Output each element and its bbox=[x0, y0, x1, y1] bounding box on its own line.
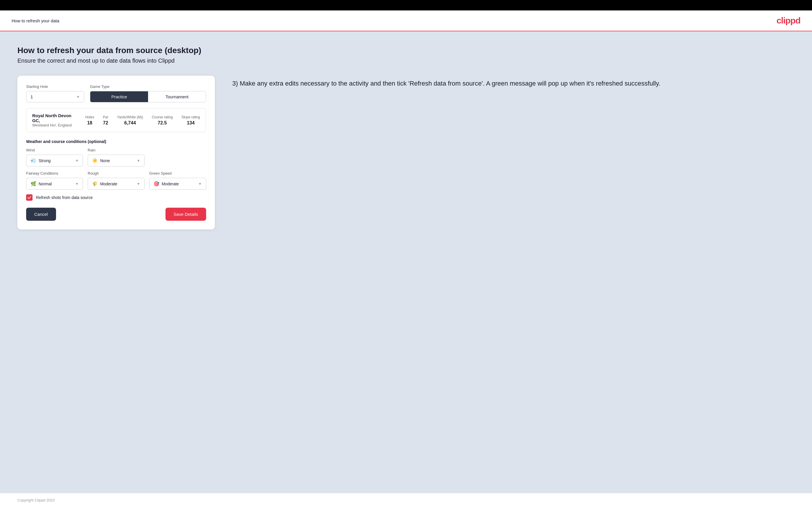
game-type-toggle: Practice Tournament bbox=[90, 91, 206, 102]
wind-value: Strong bbox=[39, 158, 51, 163]
rain-icon: ☀️ bbox=[92, 158, 98, 163]
rough-group: Rough 🌾 Moderate ▼ bbox=[88, 171, 145, 190]
rough-icon: 🌾 bbox=[92, 181, 98, 186]
fairway-icon: 🌿 bbox=[31, 181, 36, 186]
wind-group: Wind 💨 Strong ▼ bbox=[26, 148, 83, 167]
tournament-button[interactable]: Tournament bbox=[148, 91, 206, 102]
rain-group: Rain ☀️ None ▼ bbox=[88, 148, 145, 167]
game-type-label: Game Type bbox=[90, 84, 206, 89]
footer: Copyright Clippd 2022 bbox=[0, 493, 812, 507]
fairway-value: Normal bbox=[39, 181, 52, 186]
green-speed-select[interactable]: 🎯 Moderate ▼ bbox=[149, 178, 206, 190]
button-row: Cancel Save Details bbox=[26, 208, 206, 221]
green-speed-value: Moderate bbox=[162, 181, 179, 186]
green-speed-left: 🎯 Moderate bbox=[154, 181, 179, 186]
holes-value: 18 bbox=[87, 120, 92, 126]
description-text: 3) Make any extra edits necessary to the… bbox=[232, 78, 795, 88]
rain-label: Rain bbox=[88, 148, 145, 152]
green-speed-group: Green Speed 🎯 Moderate ▼ bbox=[149, 171, 206, 190]
green-speed-label: Green Speed bbox=[149, 171, 206, 175]
slope-rating-stat: Slope rating 134 bbox=[182, 115, 200, 126]
slope-rating-label: Slope rating bbox=[182, 115, 200, 119]
rain-select[interactable]: ☀️ None ▼ bbox=[88, 155, 145, 167]
fairway-left: 🌿 Normal bbox=[31, 181, 52, 186]
wind-chevron-icon: ▼ bbox=[75, 159, 79, 163]
practice-button[interactable]: Practice bbox=[90, 91, 148, 102]
top-bar bbox=[0, 0, 812, 10]
rough-select[interactable]: 🌾 Moderate ▼ bbox=[88, 178, 145, 190]
course-par-stat: Par 72 bbox=[103, 115, 108, 126]
wind-select[interactable]: 💨 Strong ▼ bbox=[26, 155, 83, 167]
logo: clippd bbox=[776, 16, 800, 25]
green-speed-icon: 🎯 bbox=[154, 181, 159, 186]
holes-label: Holes bbox=[85, 115, 94, 119]
course-rating-stat: Course rating 72.5 bbox=[152, 115, 173, 126]
course-location: Westward Ho!, England bbox=[32, 123, 77, 127]
course-name: Royal North Devon GC, bbox=[32, 113, 77, 123]
starting-hole-group: Starting Hole 1 ▼ bbox=[26, 84, 84, 102]
starting-hole-value: 1 bbox=[31, 94, 33, 99]
copyright-text: Copyright Clippd 2022 bbox=[17, 498, 55, 502]
fairway-chevron-icon: ▼ bbox=[75, 182, 79, 186]
rain-chevron-icon: ▼ bbox=[137, 159, 140, 163]
fairway-group: Fairway Conditions 🌿 Normal ▼ bbox=[26, 171, 83, 190]
starting-hole-label: Starting Hole bbox=[26, 84, 84, 89]
save-button[interactable]: Save Details bbox=[165, 208, 206, 221]
starting-hole-select[interactable]: 1 ▼ bbox=[26, 91, 84, 102]
course-holes-stat: Holes 18 bbox=[85, 115, 94, 126]
fairway-rough-green-row: Fairway Conditions 🌿 Normal ▼ Rough 🌾 bbox=[26, 171, 206, 190]
header-title: How to refresh your data bbox=[12, 18, 59, 23]
starting-hole-game-type-row: Starting Hole 1 ▼ Game Type Practice Tou… bbox=[26, 84, 206, 102]
par-label: Par bbox=[103, 115, 108, 119]
game-type-group: Game Type Practice Tournament bbox=[90, 84, 206, 102]
yards-label: Yards/White (M)) bbox=[117, 115, 143, 119]
page-heading: How to refresh your data from source (de… bbox=[17, 46, 795, 55]
conditions-section-label: Weather and course conditions (optional) bbox=[26, 139, 206, 144]
content-area: Starting Hole 1 ▼ Game Type Practice Tou… bbox=[17, 76, 795, 229]
course-rating-value: 72.5 bbox=[158, 120, 167, 126]
refresh-checkbox-label: Refresh shots from data source bbox=[36, 195, 93, 200]
green-speed-chevron-icon: ▼ bbox=[198, 182, 202, 186]
rough-value: Moderate bbox=[100, 181, 117, 186]
rain-left: ☀️ None bbox=[92, 158, 110, 163]
header: How to refresh your data clippd bbox=[0, 10, 812, 31]
checkmark-icon bbox=[27, 195, 31, 200]
refresh-checkbox-row: Refresh shots from data source bbox=[26, 194, 206, 201]
wind-left: 💨 Strong bbox=[31, 158, 51, 163]
page-subtitle: Ensure the correct and most up to date d… bbox=[17, 57, 795, 64]
wind-rain-row: Wind 💨 Strong ▼ Rain ☀️ None bbox=[26, 148, 206, 167]
form-card: Starting Hole 1 ▼ Game Type Practice Tou… bbox=[17, 76, 215, 229]
fairway-select[interactable]: 🌿 Normal ▼ bbox=[26, 178, 83, 190]
course-rating-label: Course rating bbox=[152, 115, 173, 119]
rough-chevron-icon: ▼ bbox=[137, 182, 140, 186]
par-value: 72 bbox=[103, 120, 108, 126]
description-box: 3) Make any extra edits necessary to the… bbox=[232, 76, 795, 88]
slope-rating-value: 134 bbox=[187, 120, 195, 126]
rough-label: Rough bbox=[88, 171, 145, 175]
course-yards-stat: Yards/White (M)) 6,744 bbox=[117, 115, 143, 126]
wind-icon: 💨 bbox=[31, 158, 36, 163]
yards-value: 6,744 bbox=[124, 120, 136, 126]
cancel-button[interactable]: Cancel bbox=[26, 208, 56, 221]
main-content: How to refresh your data from source (de… bbox=[0, 31, 812, 493]
fairway-label: Fairway Conditions bbox=[26, 171, 83, 175]
starting-hole-chevron-icon: ▼ bbox=[77, 95, 80, 99]
rain-value: None bbox=[100, 158, 110, 163]
rough-left: 🌾 Moderate bbox=[92, 181, 117, 186]
course-info-box: Royal North Devon GC, Westward Ho!, Engl… bbox=[26, 108, 206, 132]
course-name-area: Royal North Devon GC, Westward Ho!, Engl… bbox=[32, 113, 77, 127]
empty-spacer bbox=[149, 148, 206, 167]
wind-label: Wind bbox=[26, 148, 83, 152]
refresh-checkbox[interactable] bbox=[26, 194, 33, 201]
